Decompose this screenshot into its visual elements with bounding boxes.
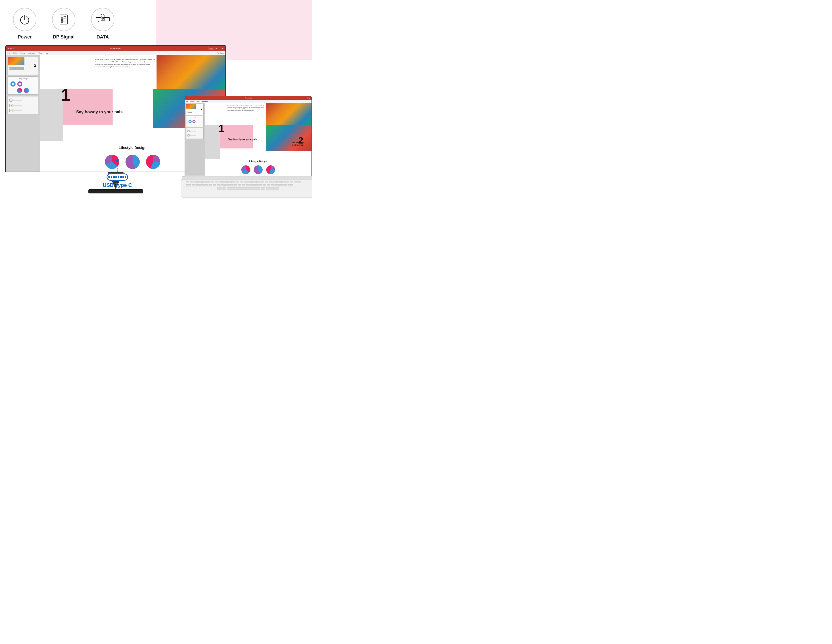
ribbon-tab-help[interactable]: Help — [45, 52, 48, 54]
data-icon-item: DATA — [91, 8, 114, 40]
key-row-space — [186, 187, 311, 190]
slide-panel: Say howdy to your pals 2 Lifestyle Desig… — [6, 55, 40, 173]
close-icon[interactable]: ✕ — [221, 47, 223, 50]
svg-rect-3 — [61, 19, 63, 21]
maximize-icon[interactable]: □ — [219, 47, 220, 50]
power-icon-item: Power — [13, 8, 37, 40]
ppt-title-text: PowerPoint — [110, 47, 121, 50]
slide-hero-image — [157, 55, 226, 89]
slide-thumb-2[interactable]: Lifestyle Design — [8, 77, 38, 94]
laptop-elevate: Elevate yourenvironment — [292, 141, 304, 146]
svg-rect-1 — [61, 16, 63, 17]
laptop-secondary-image — [266, 125, 312, 151]
dashed-line-horizontal — [123, 174, 176, 174]
laptop-pie-charts — [241, 165, 275, 174]
slide-thumb-2-pies — [17, 88, 29, 93]
laptop-ribbon: File Home Design Animation — [185, 100, 312, 103]
slide-thumb-1-content: Say howdy to your pals 2 — [8, 57, 38, 75]
slide-grey-rect — [40, 89, 63, 141]
login-button[interactable]: Login — [208, 47, 214, 50]
laptop-slide-1[interactable]: 2 Say howdy — [186, 104, 203, 115]
usb-section: USB Type C — [103, 159, 132, 188]
usb-pin — [113, 176, 115, 178]
usb-pin — [115, 176, 117, 178]
slide-thumb-3[interactable]: ⚙ ☁ 📁 — [8, 96, 38, 114]
laptop-ppt-titlebar: PowerPoint ─ □ ✕ — [185, 96, 312, 100]
power-label: Power — [18, 34, 32, 40]
main-area: ↩ ↪ 💾 PowerPoint Login ─ □ ✕ File Ho — [0, 45, 312, 193]
laptop-slide-2[interactable]: Lifestyle Design — [186, 116, 203, 127]
laptop-minimize[interactable]: ─ — [305, 97, 306, 99]
laptop-grey-rect — [205, 125, 220, 159]
svg-rect-12 — [104, 18, 109, 21]
slide-thumb-3-row2: ☁ — [10, 104, 22, 107]
usb-connector — [107, 173, 128, 181]
laptop-description: Experience PC-less. Browse the web, edit… — [227, 105, 265, 111]
slide-description: Experience PC-less. Browse the web, edit… — [95, 58, 155, 68]
usb-label: USB Type C — [103, 182, 132, 188]
pie-chart-3 — [146, 155, 160, 169]
connection-dot — [116, 159, 118, 162]
dp-signal-icon-circle — [52, 8, 75, 31]
slide-thumb-2-title: Lifestyle Design — [18, 78, 28, 80]
search-icon: 🔍 — [217, 52, 219, 54]
laptop-slide-panel: 2 Say howdy Lifestyle Design — [185, 103, 205, 176]
laptop-main-slide: Experience PC-less. Browse the web, edit… — [205, 103, 312, 176]
dp-signal-icon-item: DP Signal — [52, 8, 75, 40]
dp-signal-label: DP Signal — [53, 34, 75, 40]
laptop-tab-animation[interactable]: Animation — [202, 101, 208, 102]
slide-number-1: 1 — [61, 86, 70, 103]
laptop-slide-3[interactable] — [186, 128, 203, 139]
svg-rect-9 — [96, 18, 101, 21]
laptop-number-1: 1 — [218, 123, 224, 134]
usb-pins-row — [109, 176, 126, 178]
laptop-close[interactable]: ✕ — [309, 97, 310, 99]
usb-pin — [122, 176, 124, 178]
page-container: Power DP Signal — [0, 0, 312, 242]
share-label[interactable]: Share — [220, 52, 224, 54]
svg-rect-4 — [61, 21, 63, 22]
laptop-say-howdy: Say howdy to your pals — [228, 138, 257, 141]
laptop-title: PowerPoint — [245, 97, 252, 99]
laptop-hero-image — [266, 103, 312, 125]
ribbon-tab-view[interactable]: View — [38, 52, 42, 54]
slide-thumb-3-row1: ⚙ — [10, 99, 22, 102]
laptop-hinge — [182, 176, 312, 179]
laptop-maximize[interactable]: □ — [307, 97, 308, 99]
power-icon-circle — [13, 8, 37, 31]
ribbon-tab-animation[interactable]: Animation — [28, 52, 35, 54]
ribbon-tab-home[interactable]: Home — [13, 52, 18, 54]
key-row-2 — [186, 184, 311, 186]
laptop-lifestyle-title: Lifestyle Design — [249, 160, 267, 163]
usb-pin — [118, 176, 119, 178]
laptop-wrapper: PowerPoint ─ □ ✕ File Home Design Animat… — [185, 96, 312, 198]
data-transfer-icon — [95, 14, 110, 25]
laptop-screen: PowerPoint ─ □ ✕ File Home Design Animat… — [185, 96, 312, 176]
laptop-tab-file[interactable]: File — [186, 101, 188, 102]
ppt-ribbon: File Home Design Animation View Help 🔍 S… — [6, 51, 226, 55]
usb-pin — [120, 176, 122, 178]
data-label: DATA — [96, 34, 109, 40]
usb-pin — [111, 176, 112, 178]
laptop-tab-home[interactable]: Home — [190, 101, 194, 102]
slide-thumb-2-charts — [10, 81, 22, 86]
dp-signal-icon — [58, 14, 70, 25]
usb-pin — [125, 176, 126, 178]
top-icons-section: Power DP Signal — [0, 0, 312, 45]
ribbon-tab-design[interactable]: Design — [21, 52, 26, 54]
laptop-ppt-body: 2 Say howdy Lifestyle Design — [185, 103, 312, 176]
slide-lifestyle-title: Lifestyle Design — [118, 145, 146, 150]
slide-thumb-3-row3: 📁 — [10, 109, 22, 112]
data-icon-circle — [91, 8, 114, 31]
laptop-tab-design[interactable]: Design — [196, 101, 200, 102]
minimize-icon[interactable]: ─ — [216, 47, 217, 50]
ppt-titlebar: ↩ ↪ 💾 PowerPoint Login ─ □ ✕ — [6, 46, 226, 51]
ribbon-tab-file[interactable]: File — [8, 52, 10, 54]
slide-thumb-1[interactable]: Say howdy to your pals 2 — [8, 57, 38, 75]
slide-say-howdy-text: Say howdy to your pals — [76, 110, 123, 114]
usb-pin — [109, 176, 110, 178]
keyboard-rows — [186, 181, 311, 190]
monitor-base — [88, 189, 143, 193]
key-row-1 — [186, 181, 311, 183]
svg-rect-2 — [61, 18, 63, 19]
